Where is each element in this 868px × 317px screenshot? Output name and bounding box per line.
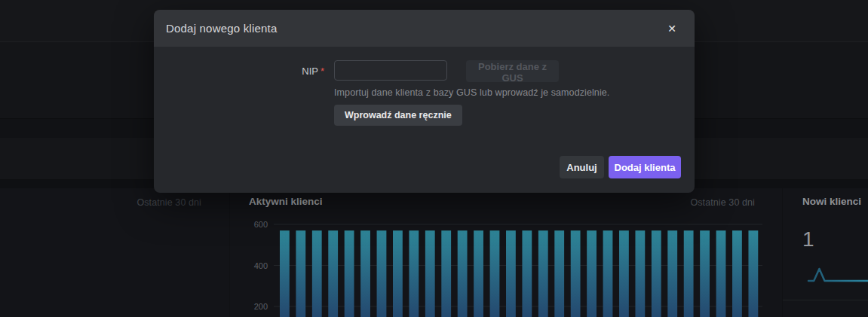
manual-entry-button[interactable]: Wprowadź dane ręcznie: [334, 105, 462, 126]
new-clients-value: 1: [802, 227, 814, 251]
nip-input[interactable]: [334, 60, 447, 81]
gus-helper-text: Importuj dane klienta z bazy GUS lub wpr…: [334, 87, 609, 98]
modal-title: Dodaj nowego klienta: [166, 22, 663, 35]
add-client-modal: Dodaj nowego klienta ✕ NIP* Pobierz dane…: [154, 10, 695, 193]
nip-label-text: NIP: [302, 66, 318, 77]
required-asterisk: *: [321, 66, 324, 77]
active-clients-bar-chart: 600400200: [230, 188, 782, 317]
fetch-gus-button[interactable]: Pobierz dane z GUS: [466, 60, 559, 82]
left-stat-panel: Ostatnie 30 dni: [0, 188, 229, 317]
active-clients-panel: Aktywni klienci Ostatnie 30 dni 60040020…: [230, 188, 782, 317]
modal-header: Dodaj nowego klienta ✕: [154, 10, 695, 47]
cancel-button[interactable]: Anuluj: [560, 156, 604, 178]
nip-label: NIP*: [154, 60, 324, 82]
panel-divider: [783, 300, 868, 300]
add-client-button[interactable]: Dodaj klienta: [609, 156, 681, 178]
panel-title: Nowi klienci: [802, 196, 861, 207]
nip-form-row: NIP* Pobierz dane z GUS: [154, 60, 695, 82]
close-icon[interactable]: ✕: [663, 20, 681, 38]
svg-text:400: 400: [254, 261, 268, 270]
new-clients-panel: Nowi klienci 1: [783, 188, 868, 317]
new-clients-sparkline: [783, 264, 868, 286]
svg-text:200: 200: [254, 302, 268, 311]
period-label: Ostatnie 30 dni: [136, 197, 201, 208]
svg-text:600: 600: [254, 220, 268, 229]
